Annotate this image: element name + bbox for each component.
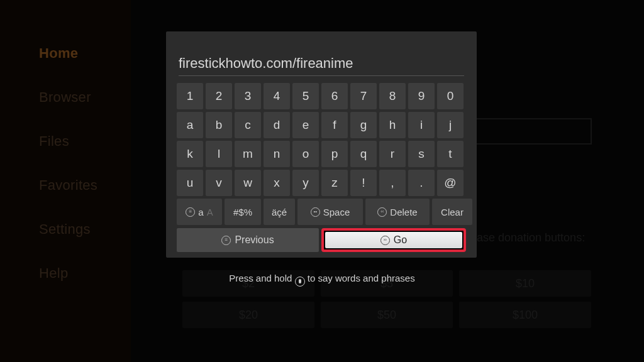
onscreen-keyboard: firestickhowto.com/fireanime 1234567890a… [166,31,477,258]
menu-icon: ≡ [186,207,195,217]
key-u[interactable]: u [177,170,203,196]
key-s[interactable]: s [408,141,435,167]
case-upper-label: A [207,207,213,217]
key-v[interactable]: v [206,170,232,196]
key-l[interactable]: l [206,141,232,167]
key-3[interactable]: 3 [235,83,261,109]
rewind-icon: ‹‹ [377,207,387,217]
previous-label: Previous [235,234,274,246]
key-d[interactable]: d [264,112,290,138]
clear-key[interactable]: Clear [432,199,472,225]
url-input[interactable]: firestickhowto.com/fireanime [179,55,464,76]
key-p[interactable]: p [321,141,348,167]
go-button-highlight: ›› Go [321,228,466,252]
delete-label: Delete [390,207,417,217]
key-2[interactable]: 2 [206,83,232,109]
key-![interactable]: ! [350,170,377,196]
go-button[interactable]: ›› Go [325,232,462,248]
play-pause-icon: •• [311,207,320,217]
key-y[interactable]: y [292,170,319,196]
space-key[interactable]: •• Space [297,199,363,225]
key-n[interactable]: n [264,141,290,167]
voice-hint: Press and hold to say words and phrases [0,273,644,287]
hint-after: to say words and phrases [308,273,415,283]
key-6[interactable]: 6 [321,83,348,109]
key-m[interactable]: m [235,141,261,167]
delete-key[interactable]: ‹‹ Delete [365,199,430,225]
key-9[interactable]: 9 [408,83,435,109]
key-@[interactable]: @ [437,170,464,196]
keyboard-nav-row: ≡ Previous ›› Go [177,228,466,252]
key-f[interactable]: f [321,112,348,138]
accents-key[interactable]: äçé [264,199,295,225]
key-h[interactable]: h [379,112,406,138]
go-label: Go [394,234,407,246]
key-i[interactable]: i [408,112,435,138]
key-z[interactable]: z [321,170,348,196]
hint-before: Press and hold [229,273,292,283]
key-o[interactable]: o [292,141,319,167]
key-,[interactable]: , [379,170,406,196]
space-label: Space [323,207,350,217]
mic-icon [295,277,305,287]
key-r[interactable]: r [379,141,406,167]
key-q[interactable]: q [350,141,377,167]
back-icon: ≡ [221,236,231,245]
key-8[interactable]: 8 [379,83,406,109]
key-w[interactable]: w [235,170,261,196]
key-x[interactable]: x [264,170,290,196]
key-j[interactable]: j [437,112,464,138]
key-0[interactable]: 0 [437,83,464,109]
keyboard-function-row: ≡ aA #$% äçé •• Space ‹‹ Delete Clear [177,199,472,225]
key-4[interactable]: 4 [264,83,290,109]
key-.[interactable]: . [408,170,435,196]
key-b[interactable]: b [206,112,232,138]
key-t[interactable]: t [437,141,464,167]
case-lower-label: a [198,207,203,217]
key-a[interactable]: a [177,112,203,138]
forward-icon: ›› [380,236,390,245]
key-k[interactable]: k [177,141,203,167]
key-g[interactable]: g [350,112,377,138]
case-toggle-key[interactable]: ≡ aA [177,199,222,225]
keyboard-grid: 1234567890abcdefghijklmnopqrstuvwxyz!,.@ [177,83,464,196]
key-c[interactable]: c [235,112,261,138]
key-e[interactable]: e [292,112,319,138]
key-5[interactable]: 5 [292,83,319,109]
previous-button[interactable]: ≡ Previous [177,228,319,252]
symbols-key[interactable]: #$% [225,199,261,225]
key-7[interactable]: 7 [350,83,377,109]
key-1[interactable]: 1 [177,83,203,109]
